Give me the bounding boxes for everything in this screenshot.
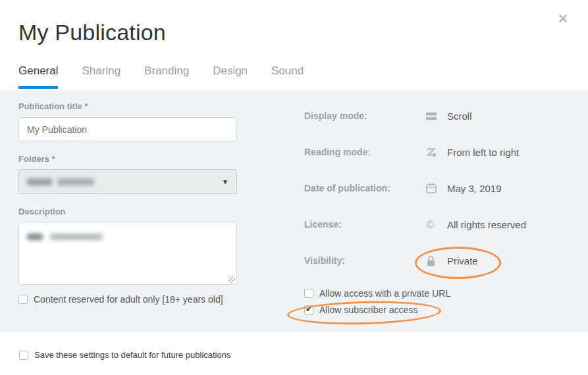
- reading-mode-row: Reading mode: From left to right: [304, 145, 519, 159]
- visibility-row: Visibility: Private: [304, 254, 478, 267]
- description-textarea[interactable]: [18, 222, 237, 285]
- general-tab-panel: Publication title * Folders * ▼ Descript…: [0, 90, 588, 332]
- license-value: All rights reserved: [447, 219, 526, 230]
- tab-branding[interactable]: Branding: [144, 64, 189, 89]
- reading-mode-label: Reading mode:: [304, 147, 426, 157]
- checkmark-icon: ✔: [306, 305, 312, 314]
- page-title: My Publication: [18, 20, 166, 45]
- publication-settings-dialog: My Publication ✕ General Sharing Brandin…: [0, 0, 588, 375]
- copyright-icon: ©: [426, 219, 447, 230]
- folders-label: Folders *: [18, 154, 55, 164]
- display-mode-value: Scroll: [447, 111, 472, 122]
- publication-date-row: Date of publication: May 3, 2019: [304, 182, 502, 195]
- left-to-right-icon: [426, 147, 447, 157]
- private-url-label: Allow access with a private URL: [319, 288, 450, 299]
- tab-general[interactable]: General: [18, 64, 58, 89]
- resize-handle[interactable]: [228, 276, 235, 283]
- checkbox-box: ✔: [19, 351, 28, 360]
- tab-bar: General Sharing Branding Design Sound: [18, 64, 304, 89]
- publication-title-label: Publication title *: [18, 101, 88, 111]
- private-url-checkbox[interactable]: ✔ Allow access with a private URL: [304, 288, 450, 299]
- publication-date-label: Date of publication:: [304, 183, 426, 193]
- publication-date-value: May 3, 2019: [447, 183, 502, 194]
- tab-design[interactable]: Design: [213, 64, 248, 89]
- subscriber-access-label: Allow subscriber access: [319, 305, 417, 315]
- adult-only-label: Content reserved for adult only [18+ yea…: [34, 294, 223, 305]
- calendar-icon: [426, 183, 447, 193]
- display-mode-label: Display mode:: [304, 111, 426, 121]
- checkbox-box: ✔: [18, 295, 28, 304]
- license-row: License: © All rights reserved: [304, 218, 526, 231]
- save-defaults-checkbox[interactable]: ✔ Save these settings to default for fut…: [19, 350, 230, 360]
- checkbox-box: ✔: [304, 289, 313, 298]
- tab-sharing[interactable]: Sharing: [82, 64, 120, 89]
- redacted-folder-name: [57, 178, 94, 186]
- tab-sound[interactable]: Sound: [271, 64, 304, 89]
- description-label: Description: [18, 207, 66, 216]
- scroll-icon: [426, 111, 447, 121]
- subscriber-access-checkbox[interactable]: ✔ Allow subscriber access: [304, 305, 417, 315]
- close-icon[interactable]: ✕: [555, 11, 571, 27]
- adult-only-checkbox[interactable]: ✔ Content reserved for adult only [18+ y…: [18, 294, 223, 305]
- lock-icon: [426, 255, 447, 266]
- checkbox-box: ✔: [304, 305, 313, 314]
- publication-title-input[interactable]: [18, 117, 237, 141]
- visibility-label: Visibility:: [304, 255, 426, 266]
- license-label: License:: [304, 219, 426, 230]
- dialog-footer: ✔ Save these settings to default for fut…: [0, 332, 588, 375]
- save-defaults-label: Save these settings to default for futur…: [34, 350, 230, 360]
- reading-mode-value: From left to right: [447, 147, 519, 158]
- redacted-description-text: [50, 234, 103, 240]
- display-mode-row: Display mode: Scroll: [304, 109, 472, 122]
- chevron-down-icon: ▼: [222, 178, 228, 186]
- folders-select[interactable]: ▼: [18, 169, 237, 194]
- visibility-value: Private: [447, 255, 478, 266]
- redacted-description-text: [27, 234, 43, 240]
- redacted-folder-name: [27, 178, 52, 186]
